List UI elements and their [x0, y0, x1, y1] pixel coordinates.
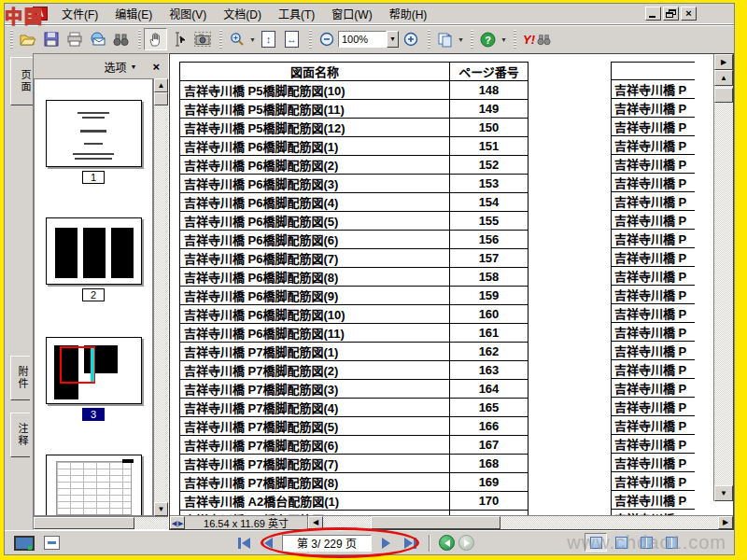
zoom-out-button[interactable] — [315, 28, 338, 50]
thumbnail-page-2[interactable]: 2 — [46, 217, 142, 301]
menu-item[interactable]: 帮助(H) — [381, 3, 436, 24]
document-vscrollbar[interactable]: ▶ ▲ ▼ — [713, 54, 733, 501]
doc-scroll-up-icon[interactable]: ▲ — [714, 70, 733, 86]
options-button[interactable]: 选项 ▼ — [100, 57, 140, 77]
zoom-tool-caret[interactable]: ▼ — [248, 36, 257, 43]
fullscreen-mode-button[interactable] — [14, 536, 35, 551]
table2-row: 吉祥寺川橋 P — [612, 230, 696, 248]
doc-hscroll-track[interactable] — [323, 516, 718, 529]
tab-comments[interactable]: 注释 — [10, 413, 30, 457]
snapshot-button[interactable] — [190, 28, 214, 50]
scroll-up-icon[interactable]: ▲ — [154, 78, 168, 92]
page-layout-buttons — [585, 533, 683, 552]
thumbnail-page-3[interactable]: 3 — [46, 337, 142, 421]
first-page-button[interactable] — [233, 534, 254, 552]
document-pane: 図面名称 ページ番号 吉祥寺川橋 P5橋脚配筋図(10) 148 — [169, 53, 734, 530]
restore-button[interactable] — [663, 7, 679, 21]
menu-item[interactable]: 窗口(W) — [323, 3, 380, 24]
doc-scroll-right-icon[interactable]: ▶ — [718, 516, 733, 529]
menu-item[interactable]: 文档(D) — [215, 3, 270, 24]
help-icon: ? — [480, 32, 496, 48]
thumbnail-label-3[interactable]: 3 — [82, 408, 105, 421]
next-page-button[interactable] — [375, 534, 396, 552]
search-button[interactable] — [109, 28, 133, 50]
thumbnail-image-2[interactable] — [46, 217, 142, 285]
thumbnail-hscrollbar[interactable] — [34, 516, 168, 529]
menu-item[interactable]: 视图(V) — [161, 3, 215, 24]
page-number-cell: 156 — [450, 231, 529, 249]
thumbnail-image-4[interactable] — [46, 455, 142, 516]
yahoo-search-button[interactable]: Y! — [519, 28, 555, 50]
table-row: 吉祥寺川橋 P5橋脚配筋図(10) 148 — [180, 81, 529, 100]
menu-item[interactable]: 文件(F) — [53, 3, 106, 24]
pdf-app-icon[interactable]: A — [33, 7, 48, 21]
save-button[interactable] — [39, 28, 63, 50]
doc-hscroll-thumb[interactable] — [371, 516, 501, 529]
zoom-tool-button[interactable] — [225, 28, 248, 50]
fit-width-button[interactable]: ↔ — [280, 28, 303, 50]
print-button[interactable] — [63, 28, 86, 50]
close-button[interactable]: × — [681, 7, 697, 21]
thumbnail-scrollbar[interactable]: ▲ ▼ — [153, 78, 168, 516]
fit-height-button[interactable]: ↕ — [257, 28, 280, 50]
doc-scroll-left-icon[interactable]: ◀ — [308, 516, 323, 529]
doc-scroll-thumb[interactable] — [714, 88, 733, 103]
thumbnail-label-2[interactable]: 2 — [82, 288, 105, 301]
camera-icon — [194, 32, 211, 47]
page-display-caret[interactable]: ▼ — [457, 36, 465, 43]
help-caret[interactable]: ▼ — [500, 36, 508, 43]
page-number-cell: 168 — [450, 455, 529, 473]
table2-name-cell: 吉祥寺川橋 P — [612, 379, 696, 398]
select-text-button[interactable] — [167, 28, 190, 50]
pane-splitter-grip[interactable]: ◀|▶ — [170, 516, 185, 529]
tab-pages[interactable]: 页面 — [10, 57, 33, 105]
doc-scroll-track[interactable] — [714, 86, 733, 485]
panel-close-button[interactable]: × — [149, 60, 162, 74]
facing-pages-button[interactable] — [635, 533, 657, 552]
hand-tool-button[interactable] — [144, 28, 167, 50]
thumbnail-page-1[interactable]: 1 — [46, 100, 142, 184]
doc-scroll-down-icon[interactable]: ▼ — [714, 485, 733, 501]
text-select-icon — [172, 32, 187, 47]
printer-icon — [67, 32, 82, 47]
page-display-button[interactable] — [433, 28, 457, 50]
table2-name-cell: 吉祥寺川橋 P — [612, 472, 696, 491]
single-page-button[interactable] — [585, 533, 607, 552]
table2-row: 吉祥寺川橋 P — [612, 472, 696, 491]
thumbnail-scroll-thumb[interactable] — [154, 92, 168, 105]
continuous-page-button[interactable] — [610, 533, 632, 552]
table-row: 吉祥寺川橋 P6橋脚配筋図(7) 157 — [180, 249, 529, 268]
menu-item[interactable]: 编辑(E) — [106, 3, 161, 24]
thumbnail-image-1[interactable] — [46, 100, 142, 167]
zoom-in-button[interactable] — [399, 28, 422, 50]
document-page: 図面名称 ページ番号 吉祥寺川橋 P5橋脚配筋図(10) 148 — [170, 54, 733, 515]
previous-view-button[interactable] — [439, 535, 455, 551]
minimize-button[interactable] — [645, 7, 661, 21]
thumbnail-page-4[interactable] — [46, 455, 142, 516]
last-page-button[interactable] — [400, 534, 420, 552]
scroll-down-icon[interactable]: ▼ — [154, 502, 168, 516]
help-button[interactable]: ? — [476, 28, 500, 50]
thumbnail-image-3[interactable] — [46, 337, 142, 404]
table-header-row: 図面名称 ページ番号 — [180, 63, 529, 81]
table2-name-cell: 吉祥寺川橋 P — [612, 80, 696, 99]
previous-page-button[interactable] — [258, 534, 278, 552]
page-number-cell: 150 — [450, 119, 529, 137]
next-view-button[interactable] — [458, 535, 474, 551]
zoom-level-field[interactable]: 100% — [338, 31, 387, 48]
continuous-facing-button[interactable] — [660, 533, 683, 552]
thumbnail-label-1[interactable]: 1 — [82, 171, 105, 184]
page-number-field[interactable]: 第 3/ 229 页 — [282, 535, 372, 552]
page-number-cell: 153 — [450, 175, 529, 193]
zoom-level-caret[interactable]: ▼ — [387, 31, 399, 48]
open-button[interactable] — [16, 28, 39, 50]
page-mode-button[interactable] — [44, 536, 60, 550]
tab-attachments[interactable]: 附件 — [10, 356, 30, 400]
thumbnail-hscroll-thumb[interactable] — [34, 517, 134, 529]
thumbnail-scroll-track[interactable] — [154, 92, 168, 502]
pane-arrow-right-icon[interactable]: ▶ — [714, 54, 733, 70]
email-button[interactable] — [86, 28, 109, 50]
menu-item[interactable]: 工具(T) — [270, 3, 323, 24]
table2-row: 吉祥寺川橋 P — [612, 174, 696, 192]
select-tool-group — [136, 27, 217, 52]
